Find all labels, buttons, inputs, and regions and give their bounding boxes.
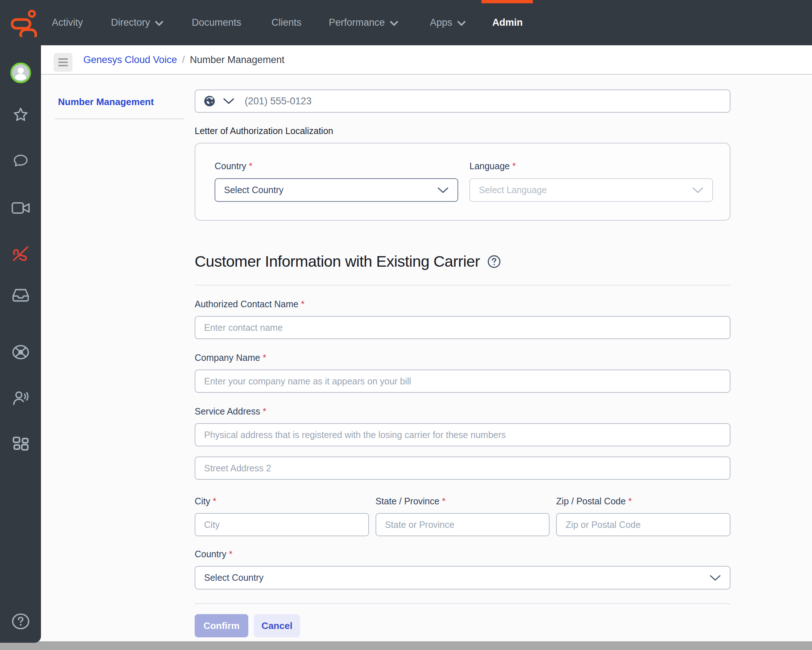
content-area: Number Management Letter of Authorizatio… bbox=[41, 75, 812, 641]
country-select[interactable]: Select Country bbox=[195, 566, 730, 589]
form-actions: Confirm Cancel bbox=[195, 614, 300, 637]
street-address-2-group bbox=[195, 457, 730, 480]
city-state-zip-row: City* State / Province* Zip / Postal Cod… bbox=[195, 496, 730, 536]
breadcrumb-parent-link[interactable]: Genesys Cloud Voice bbox=[83, 54, 177, 65]
street-address-2-input[interactable] bbox=[195, 457, 730, 480]
company-name-input[interactable] bbox=[195, 370, 730, 393]
user-presence-avatar[interactable] bbox=[10, 62, 32, 84]
contact-name-label: Authorized Contact Name* bbox=[195, 299, 730, 309]
phone-number-field[interactable] bbox=[195, 90, 730, 113]
nav-item-label: Performance bbox=[329, 17, 385, 28]
footer-divider bbox=[195, 603, 730, 604]
breadcrumb-current: Number Management bbox=[190, 54, 285, 65]
loa-country-select[interactable]: Select Country bbox=[215, 178, 458, 202]
hamburger-icon bbox=[58, 58, 68, 60]
globe-icon bbox=[203, 95, 216, 107]
chevron-down-icon bbox=[390, 21, 398, 26]
loa-section-label: Letter of Authorization Localization bbox=[195, 126, 333, 136]
top-nav: Activity Directory Documents Clients Per… bbox=[0, 0, 812, 45]
country-select-value: Select Country bbox=[204, 572, 264, 583]
subnav-item-number-management[interactable]: Number Management bbox=[58, 96, 154, 108]
sidebar bbox=[0, 45, 41, 643]
state-input[interactable] bbox=[375, 513, 550, 536]
genesys-logo[interactable] bbox=[11, 9, 37, 37]
contact-name-input[interactable] bbox=[195, 316, 730, 339]
nav-item-activity[interactable]: Activity bbox=[52, 0, 83, 45]
nav-item-documents[interactable]: Documents bbox=[192, 0, 241, 45]
nav-item-performance[interactable]: Performance bbox=[329, 0, 398, 45]
required-marker: * bbox=[442, 496, 446, 506]
company-name-group: Company Name* bbox=[195, 353, 730, 393]
service-address-input[interactable] bbox=[195, 423, 730, 446]
star-icon[interactable] bbox=[12, 106, 30, 123]
loa-country-group: Country* Select Country bbox=[215, 161, 458, 202]
section-divider bbox=[195, 285, 730, 286]
loa-language-group: Language* Select Language bbox=[469, 161, 713, 202]
subnav-divider bbox=[55, 119, 184, 119]
required-marker: * bbox=[249, 161, 253, 171]
nav-item-label: Admin bbox=[492, 17, 523, 28]
nav-item-label: Clients bbox=[272, 17, 302, 28]
zip-label: Zip / Postal Code* bbox=[556, 496, 730, 507]
zip-group: Zip / Postal Code* bbox=[556, 496, 730, 536]
nav-item-label: Directory bbox=[111, 17, 150, 28]
nav-item-label: Activity bbox=[52, 17, 83, 28]
person-speaking-icon[interactable] bbox=[11, 390, 30, 407]
loa-language-select-value: Select Language bbox=[479, 185, 547, 195]
section-heading: Customer Information with Existing Carri… bbox=[195, 253, 480, 270]
city-group: City* bbox=[195, 496, 369, 536]
chevron-down-icon bbox=[458, 21, 466, 26]
loa-card: Country* Select Country Language* Select… bbox=[195, 143, 730, 221]
page-header: Genesys Cloud Voice / Number Management bbox=[41, 45, 812, 75]
breadcrumb-separator: / bbox=[182, 54, 185, 65]
apps-grid-icon[interactable] bbox=[12, 436, 30, 452]
required-marker: * bbox=[213, 496, 217, 506]
state-label: State / Province* bbox=[375, 496, 550, 507]
required-marker: * bbox=[263, 406, 266, 416]
chat-icon[interactable] bbox=[12, 152, 30, 169]
nav-item-admin[interactable]: Admin bbox=[492, 0, 523, 45]
wheel-icon[interactable] bbox=[11, 344, 30, 361]
country-group: Country* Select Country bbox=[195, 549, 730, 589]
loa-language-label: Language* bbox=[469, 161, 713, 171]
cancel-button[interactable]: Cancel bbox=[254, 614, 300, 637]
phone-number-input[interactable] bbox=[245, 96, 722, 107]
loa-country-select-value: Select Country bbox=[224, 185, 284, 195]
help-circle-icon[interactable] bbox=[487, 255, 501, 268]
required-marker: * bbox=[512, 161, 516, 171]
customer-info-section: Customer Information with Existing Carri… bbox=[195, 253, 501, 270]
required-marker: * bbox=[263, 353, 266, 363]
breadcrumb: Genesys Cloud Voice / Number Management bbox=[83, 45, 285, 75]
nav-item-directory[interactable]: Directory bbox=[111, 0, 163, 45]
loa-country-label: Country* bbox=[215, 161, 458, 171]
confirm-button[interactable]: Confirm bbox=[195, 614, 248, 637]
help-icon[interactable] bbox=[11, 612, 31, 630]
nav-item-apps[interactable]: Apps bbox=[430, 0, 466, 45]
state-group: State / Province* bbox=[375, 496, 550, 536]
chevron-down-icon bbox=[155, 21, 163, 26]
required-marker: * bbox=[301, 299, 304, 309]
nav-item-label: Apps bbox=[430, 17, 452, 28]
chevron-down-icon bbox=[692, 187, 704, 193]
service-address-label: Service Address* bbox=[195, 406, 730, 417]
chevron-down-icon bbox=[437, 187, 449, 193]
chevron-down-icon bbox=[710, 575, 721, 581]
nav-item-label: Documents bbox=[192, 17, 241, 28]
loa-language-select[interactable]: Select Language bbox=[469, 178, 713, 202]
chevron-down-icon bbox=[223, 98, 235, 104]
inbox-icon[interactable] bbox=[12, 287, 30, 303]
contact-name-group: Authorized Contact Name* bbox=[195, 299, 730, 339]
phone-disabled-icon[interactable] bbox=[11, 245, 30, 263]
city-label: City* bbox=[195, 496, 369, 507]
required-marker: * bbox=[229, 549, 233, 559]
video-icon[interactable] bbox=[11, 200, 30, 216]
hamburger-menu-button[interactable] bbox=[53, 53, 72, 72]
service-address-group: Service Address* bbox=[195, 406, 730, 446]
required-marker: * bbox=[628, 496, 632, 506]
horizontal-scrollbar[interactable] bbox=[0, 641, 812, 650]
company-name-label: Company Name* bbox=[195, 353, 730, 363]
nav-item-clients[interactable]: Clients bbox=[272, 0, 302, 45]
city-input[interactable] bbox=[195, 513, 369, 536]
zip-input[interactable] bbox=[556, 513, 730, 536]
country-label: Country* bbox=[195, 549, 730, 559]
